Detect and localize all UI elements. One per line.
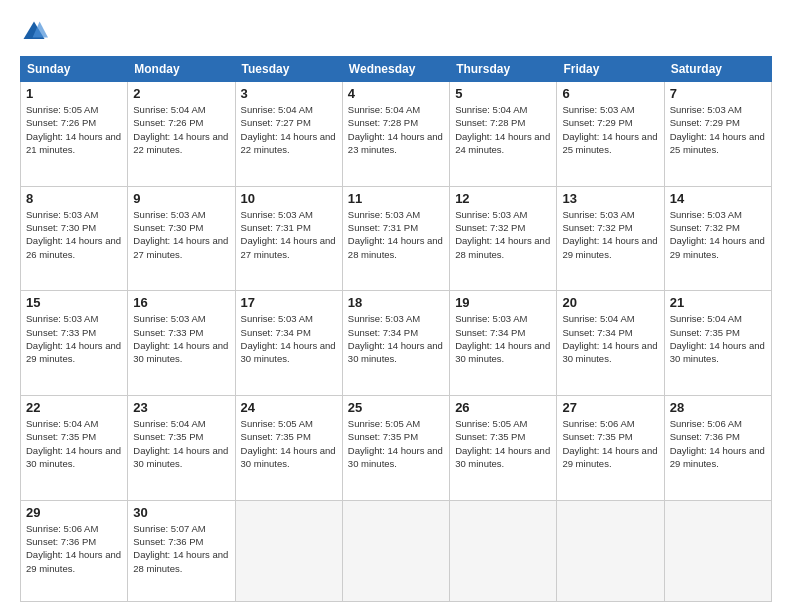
day-detail: Sunrise: 5:03 AMSunset: 7:32 PMDaylight:… [670, 208, 766, 261]
day-detail: Sunrise: 5:04 AMSunset: 7:34 PMDaylight:… [562, 312, 658, 365]
calendar-header-sunday: Sunday [21, 57, 128, 82]
calendar-cell: 11 Sunrise: 5:03 AMSunset: 7:31 PMDaylig… [342, 186, 449, 291]
calendar-cell: 3 Sunrise: 5:04 AMSunset: 7:27 PMDayligh… [235, 82, 342, 187]
calendar-cell: 25 Sunrise: 5:05 AMSunset: 7:35 PMDaylig… [342, 396, 449, 501]
day-detail: Sunrise: 5:03 AMSunset: 7:29 PMDaylight:… [670, 103, 766, 156]
day-detail: Sunrise: 5:04 AMSunset: 7:35 PMDaylight:… [670, 312, 766, 365]
calendar-cell: 13 Sunrise: 5:03 AMSunset: 7:32 PMDaylig… [557, 186, 664, 291]
calendar-cell [664, 500, 771, 601]
day-detail: Sunrise: 5:03 AMSunset: 7:34 PMDaylight:… [348, 312, 444, 365]
calendar-cell: 27 Sunrise: 5:06 AMSunset: 7:35 PMDaylig… [557, 396, 664, 501]
day-number: 19 [455, 295, 551, 310]
calendar-header-wednesday: Wednesday [342, 57, 449, 82]
day-number: 27 [562, 400, 658, 415]
day-detail: Sunrise: 5:03 AMSunset: 7:30 PMDaylight:… [26, 208, 122, 261]
day-detail: Sunrise: 5:03 AMSunset: 7:32 PMDaylight:… [455, 208, 551, 261]
calendar-cell: 23 Sunrise: 5:04 AMSunset: 7:35 PMDaylig… [128, 396, 235, 501]
day-number: 26 [455, 400, 551, 415]
day-number: 13 [562, 191, 658, 206]
day-number: 2 [133, 86, 229, 101]
day-number: 5 [455, 86, 551, 101]
calendar-week-5: 29 Sunrise: 5:06 AMSunset: 7:36 PMDaylig… [21, 500, 772, 601]
calendar-cell: 28 Sunrise: 5:06 AMSunset: 7:36 PMDaylig… [664, 396, 771, 501]
calendar-cell [235, 500, 342, 601]
day-number: 24 [241, 400, 337, 415]
day-number: 4 [348, 86, 444, 101]
day-number: 3 [241, 86, 337, 101]
day-number: 22 [26, 400, 122, 415]
logo [20, 18, 52, 46]
day-number: 6 [562, 86, 658, 101]
calendar-header-saturday: Saturday [664, 57, 771, 82]
day-number: 7 [670, 86, 766, 101]
calendar-cell: 4 Sunrise: 5:04 AMSunset: 7:28 PMDayligh… [342, 82, 449, 187]
calendar-cell: 30 Sunrise: 5:07 AMSunset: 7:36 PMDaylig… [128, 500, 235, 601]
day-number: 29 [26, 505, 122, 520]
day-detail: Sunrise: 5:05 AMSunset: 7:35 PMDaylight:… [348, 417, 444, 470]
calendar-week-1: 1 Sunrise: 5:05 AMSunset: 7:26 PMDayligh… [21, 82, 772, 187]
calendar-cell: 7 Sunrise: 5:03 AMSunset: 7:29 PMDayligh… [664, 82, 771, 187]
day-detail: Sunrise: 5:03 AMSunset: 7:33 PMDaylight:… [133, 312, 229, 365]
calendar-cell: 2 Sunrise: 5:04 AMSunset: 7:26 PMDayligh… [128, 82, 235, 187]
day-number: 23 [133, 400, 229, 415]
calendar-cell: 6 Sunrise: 5:03 AMSunset: 7:29 PMDayligh… [557, 82, 664, 187]
day-number: 28 [670, 400, 766, 415]
day-number: 10 [241, 191, 337, 206]
day-detail: Sunrise: 5:06 AMSunset: 7:36 PMDaylight:… [26, 522, 122, 575]
calendar-cell: 14 Sunrise: 5:03 AMSunset: 7:32 PMDaylig… [664, 186, 771, 291]
calendar-cell: 22 Sunrise: 5:04 AMSunset: 7:35 PMDaylig… [21, 396, 128, 501]
day-number: 9 [133, 191, 229, 206]
day-number: 1 [26, 86, 122, 101]
calendar-cell: 9 Sunrise: 5:03 AMSunset: 7:30 PMDayligh… [128, 186, 235, 291]
day-number: 12 [455, 191, 551, 206]
day-detail: Sunrise: 5:04 AMSunset: 7:35 PMDaylight:… [26, 417, 122, 470]
calendar-cell: 26 Sunrise: 5:05 AMSunset: 7:35 PMDaylig… [450, 396, 557, 501]
day-detail: Sunrise: 5:06 AMSunset: 7:35 PMDaylight:… [562, 417, 658, 470]
calendar-week-2: 8 Sunrise: 5:03 AMSunset: 7:30 PMDayligh… [21, 186, 772, 291]
day-number: 21 [670, 295, 766, 310]
day-number: 14 [670, 191, 766, 206]
calendar-cell: 15 Sunrise: 5:03 AMSunset: 7:33 PMDaylig… [21, 291, 128, 396]
calendar-cell: 12 Sunrise: 5:03 AMSunset: 7:32 PMDaylig… [450, 186, 557, 291]
day-number: 30 [133, 505, 229, 520]
calendar-cell: 29 Sunrise: 5:06 AMSunset: 7:36 PMDaylig… [21, 500, 128, 601]
logo-icon [20, 18, 48, 46]
day-detail: Sunrise: 5:03 AMSunset: 7:33 PMDaylight:… [26, 312, 122, 365]
day-detail: Sunrise: 5:03 AMSunset: 7:34 PMDaylight:… [455, 312, 551, 365]
day-number: 15 [26, 295, 122, 310]
day-detail: Sunrise: 5:05 AMSunset: 7:35 PMDaylight:… [241, 417, 337, 470]
day-number: 25 [348, 400, 444, 415]
day-detail: Sunrise: 5:03 AMSunset: 7:32 PMDaylight:… [562, 208, 658, 261]
day-detail: Sunrise: 5:04 AMSunset: 7:27 PMDaylight:… [241, 103, 337, 156]
calendar-header-friday: Friday [557, 57, 664, 82]
day-detail: Sunrise: 5:05 AMSunset: 7:26 PMDaylight:… [26, 103, 122, 156]
day-detail: Sunrise: 5:07 AMSunset: 7:36 PMDaylight:… [133, 522, 229, 575]
calendar-header-row: SundayMondayTuesdayWednesdayThursdayFrid… [21, 57, 772, 82]
calendar-cell: 20 Sunrise: 5:04 AMSunset: 7:34 PMDaylig… [557, 291, 664, 396]
day-detail: Sunrise: 5:03 AMSunset: 7:29 PMDaylight:… [562, 103, 658, 156]
calendar-cell: 17 Sunrise: 5:03 AMSunset: 7:34 PMDaylig… [235, 291, 342, 396]
day-number: 20 [562, 295, 658, 310]
day-number: 18 [348, 295, 444, 310]
calendar-cell: 24 Sunrise: 5:05 AMSunset: 7:35 PMDaylig… [235, 396, 342, 501]
calendar-cell: 18 Sunrise: 5:03 AMSunset: 7:34 PMDaylig… [342, 291, 449, 396]
calendar-cell [450, 500, 557, 601]
calendar-cell: 21 Sunrise: 5:04 AMSunset: 7:35 PMDaylig… [664, 291, 771, 396]
day-detail: Sunrise: 5:04 AMSunset: 7:28 PMDaylight:… [348, 103, 444, 156]
day-number: 11 [348, 191, 444, 206]
calendar-table: SundayMondayTuesdayWednesdayThursdayFrid… [20, 56, 772, 602]
day-detail: Sunrise: 5:03 AMSunset: 7:31 PMDaylight:… [348, 208, 444, 261]
calendar-cell: 8 Sunrise: 5:03 AMSunset: 7:30 PMDayligh… [21, 186, 128, 291]
calendar-cell [557, 500, 664, 601]
day-detail: Sunrise: 5:03 AMSunset: 7:34 PMDaylight:… [241, 312, 337, 365]
header [20, 18, 772, 46]
day-detail: Sunrise: 5:03 AMSunset: 7:31 PMDaylight:… [241, 208, 337, 261]
calendar-cell: 16 Sunrise: 5:03 AMSunset: 7:33 PMDaylig… [128, 291, 235, 396]
day-detail: Sunrise: 5:04 AMSunset: 7:28 PMDaylight:… [455, 103, 551, 156]
day-number: 16 [133, 295, 229, 310]
page: SundayMondayTuesdayWednesdayThursdayFrid… [0, 0, 792, 612]
day-number: 17 [241, 295, 337, 310]
day-number: 8 [26, 191, 122, 206]
calendar-header-tuesday: Tuesday [235, 57, 342, 82]
calendar-cell: 1 Sunrise: 5:05 AMSunset: 7:26 PMDayligh… [21, 82, 128, 187]
